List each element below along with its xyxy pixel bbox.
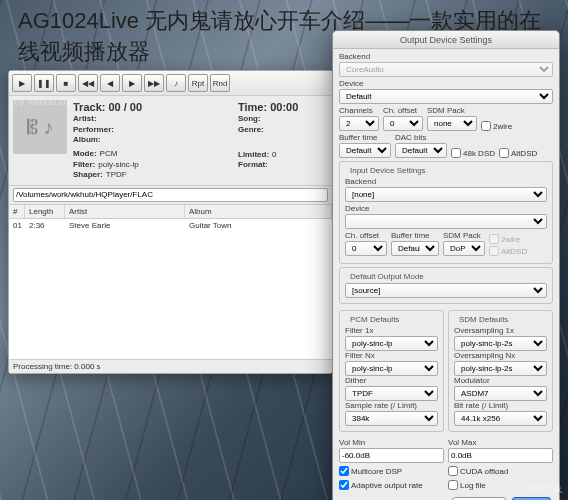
playlist-header: # Length Artist Album — [9, 205, 332, 219]
mode-value: PCM — [100, 149, 118, 159]
player-window: ▶ ❚❚ ■ ◀◀ ◀ ▶ ▶▶ ♪ Rpt Rnd 𝄡 ♪ Track: 00… — [8, 70, 333, 374]
shaper-label: Shaper: — [73, 170, 103, 180]
in-buffer-select[interactable]: Default — [391, 241, 439, 256]
status-bar: Processing time: 0.000 s — [9, 359, 332, 373]
volume-button[interactable]: ♪ — [166, 74, 186, 92]
onx-select[interactable]: poly-sinc-lp-2s — [454, 361, 547, 376]
channels-select[interactable]: 2 — [339, 116, 379, 131]
sdm-rate-label: Bit rate (/ Limit) — [454, 401, 547, 410]
volmax-input[interactable] — [448, 448, 553, 463]
pause-button[interactable]: ❚❚ — [34, 74, 54, 92]
out-device-select[interactable]: Default — [339, 89, 553, 104]
stop-button[interactable]: ■ — [56, 74, 76, 92]
in-altdsd-check[interactable]: AltDSD — [489, 246, 527, 256]
pcm-rate-label: Sample rate (/ Limit) — [345, 401, 438, 410]
sdmpack-label: SDM Pack — [427, 106, 477, 115]
track-value: 00 / 00 — [108, 100, 142, 114]
limited-label: Limited: — [238, 150, 269, 160]
play-button[interactable]: ▶ — [12, 74, 32, 92]
random-button[interactable]: Rnd — [210, 74, 230, 92]
limited-value: 0 — [272, 150, 276, 160]
in-backend-select[interactable]: [none] — [345, 187, 547, 202]
in-sdmpack-label: SDM Pack — [443, 231, 485, 240]
filter-label: Filter: — [73, 160, 95, 170]
pcm-rate-select[interactable]: 384k — [345, 411, 438, 426]
rewind-button[interactable]: ◀ — [100, 74, 120, 92]
buffer-select[interactable]: Default — [339, 143, 391, 158]
out-backend-label: Backend — [339, 52, 553, 61]
volmin-input[interactable] — [339, 448, 444, 463]
col-num[interactable]: # — [9, 205, 25, 218]
input-legend: Input Device Settings — [347, 166, 429, 175]
format-label: Format: — [238, 160, 268, 170]
dac-label: DAC bits — [395, 133, 447, 142]
cell-album: Guitar Town — [185, 220, 332, 231]
twowire-check[interactable]: 2wire — [481, 121, 512, 131]
fnx-label: Filter Nx — [345, 351, 438, 360]
corner-logo: 双鱼下载 — [526, 483, 562, 496]
cell-artist: Steve Earle — [65, 220, 185, 231]
in-twowire-check[interactable]: 2wire — [489, 234, 527, 244]
out-backend-select[interactable]: CoreAudio — [339, 62, 553, 77]
genre-label: Genre: — [238, 125, 264, 135]
time-label: Time: — [238, 100, 267, 114]
adaptive-check[interactable]: Adaptive output rate — [339, 480, 444, 490]
choffset-select[interactable]: 0 — [383, 116, 423, 131]
f1x-label: Filter 1x — [345, 326, 438, 335]
in-device-label: Device — [345, 204, 547, 213]
sdmpack-select[interactable]: none — [427, 116, 477, 131]
shaper-value: TPDF — [106, 170, 127, 180]
defmode-select[interactable]: [source] — [345, 283, 547, 298]
fnx-select[interactable]: poly-sinc-lp — [345, 361, 438, 376]
in-buffer-label: Buffer time — [391, 231, 439, 240]
song-label: Song: — [238, 114, 261, 124]
defmode-legend: Default Output Mode — [347, 272, 427, 281]
multicore-check[interactable]: Multicore DSP — [339, 466, 444, 476]
col-artist[interactable]: Artist — [65, 205, 185, 218]
in-device-select[interactable] — [345, 214, 547, 229]
o1x-select[interactable]: poly-sinc-lp-2s — [454, 336, 547, 351]
dsd48-check[interactable]: 48k DSD — [451, 148, 495, 158]
out-device-label: Device — [339, 79, 553, 88]
prev-button[interactable]: ◀◀ — [78, 74, 98, 92]
watermark: by wkhub.com — [14, 96, 78, 107]
forward-button[interactable]: ▶ — [122, 74, 142, 92]
settings-title: Output Device Settings — [333, 31, 559, 49]
performer-label: Performer: — [73, 125, 114, 135]
artist-label: Artist: — [73, 114, 97, 124]
choffset-label: Ch. offset — [383, 106, 423, 115]
channels-label: Channels — [339, 106, 379, 115]
filter-value: poly-sinc-lp — [98, 160, 138, 170]
cuda-check[interactable]: CUDA offload — [448, 466, 553, 476]
col-length[interactable]: Length — [25, 205, 65, 218]
path-input[interactable] — [13, 188, 328, 202]
repeat-button[interactable]: Rpt — [188, 74, 208, 92]
volmax-label: Vol Max — [448, 438, 553, 447]
mode-label: Mode: — [73, 149, 97, 159]
in-backend-label: Backend — [345, 177, 547, 186]
sdm-legend: SDM Defaults — [456, 315, 511, 324]
next-button[interactable]: ▶▶ — [144, 74, 164, 92]
altdsd-check[interactable]: AltDSD — [499, 148, 537, 158]
buffer-label: Buffer time — [339, 133, 391, 142]
col-album[interactable]: Album — [185, 205, 332, 218]
cell-length: 2:36 — [25, 220, 65, 231]
sdm-rate-select[interactable]: 44.1k x256 — [454, 411, 547, 426]
in-choffset-select[interactable]: 0 — [345, 241, 387, 256]
playlist-body[interactable]: 01 2:36 Steve Earle Guitar Town — [9, 219, 332, 359]
pcm-legend: PCM Defaults — [347, 315, 402, 324]
cell-num: 01 — [9, 220, 25, 231]
dac-select[interactable]: Default — [395, 143, 447, 158]
in-choffset-label: Ch. offset — [345, 231, 387, 240]
o1x-label: Oversampling 1x — [454, 326, 547, 335]
time-value: 00:00 — [270, 100, 298, 114]
transport-toolbar: ▶ ❚❚ ■ ◀◀ ◀ ▶ ▶▶ ♪ Rpt Rnd — [9, 71, 332, 96]
dither-select[interactable]: TPDF — [345, 386, 438, 401]
album-art: 𝄡 ♪ — [13, 100, 67, 154]
f1x-select[interactable]: poly-sinc-lp — [345, 336, 438, 351]
in-sdmpack-select[interactable]: DoP — [443, 241, 485, 256]
volmin-label: Vol Min — [339, 438, 444, 447]
mod-select[interactable]: ASDM7 — [454, 386, 547, 401]
table-row[interactable]: 01 2:36 Steve Earle Guitar Town — [9, 219, 332, 232]
settings-window: Output Device Settings BackendCoreAudio … — [332, 30, 560, 500]
